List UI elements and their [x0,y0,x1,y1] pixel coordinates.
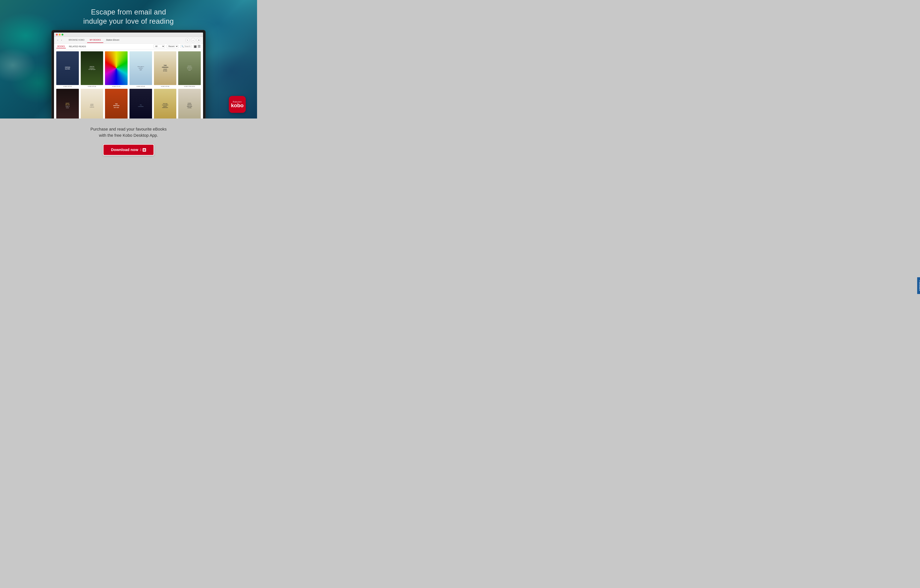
book-label: KOBO EPUB [161,86,169,87]
kobo-logo: Rakuten kobo [229,96,246,113]
book-cover: HENRYMILLERTropic ofCancer [56,89,79,118]
book-cover: COCK-ROACHRAW HAGEA NOVEL [178,89,201,118]
laptop-frame: ‹ › BROWSE KOBO MY BOOKS Station Eleven … [51,30,206,118]
app-nav: ‹ › BROWSE KOBO MY BOOKS Station Eleven … [54,37,203,44]
book-cover: smittenkitchencookbook [81,89,103,118]
book-item-tropic[interactable]: HENRYMILLERTropic ofCancer KOBO EPUB [56,89,79,118]
nav-tabs: BROWSE KOBO MY BOOKS Station Eleven [66,37,185,43]
book-label: KOBO EPUB [88,86,96,87]
book-cover [105,51,128,85]
book-item-smitten[interactable]: smittenkitchencookbook KOBO EPUB [81,89,103,118]
tab-my-books[interactable]: MY BOOKS [87,37,103,43]
nav-arrows: ‹ › [56,39,63,42]
laptop-mockup: ‹ › BROWSE KOBO MY BOOKS Station Eleven … [51,30,206,118]
book-item-sun-also-rises[interactable]: THE SUNALSO RISESERNESTHEMINGWAY KOBO PR… [154,89,177,118]
book-cover: KAZUOISHIGUROThe BuriedGiant [178,51,201,85]
tab-book-title[interactable]: Station Eleven [103,37,122,43]
windows-icon: ⊞ [143,148,146,152]
screen-titlebar [54,32,203,37]
laptop-screen: ‹ › BROWSE KOBO MY BOOKS Station Eleven … [54,32,203,118]
minimize-dot [59,34,61,36]
book-cover: THEORENDAJOSEPHBOYDEN [154,51,177,85]
book-item-colorwheel[interactable]: KOBO PLUS [105,51,128,87]
search-placeholder: Search [185,45,190,47]
book-cover: TheLuminaries [130,89,152,118]
grid-view-btn[interactable]: ▦ [193,45,197,48]
books-toolbar: BOOKS RELATED READS All Recent 🔍 Search … [54,44,203,50]
book-label: KOBO EPUB [63,86,72,87]
tab-browse-kobo[interactable]: BROWSE KOBO [66,37,87,43]
sort-select[interactable]: Recent [167,45,178,48]
back-arrow[interactable]: ‹ [56,39,59,42]
download-label: Download now [111,148,138,152]
search-icon: 🔍 [181,45,184,47]
book-cover: Once upon anorthernnight [130,51,152,85]
book-item-nightingale[interactable]: KRISTINHANNAHThe Nightingale KOBO EPUB [81,51,103,87]
bottom-section: Purchase and read your favourite eBooks … [0,118,257,165]
book-item-martian[interactable]: THEMARTIANANDY WEIR KOBO EPUB [105,89,128,118]
book-item-northern-night[interactable]: Once upon anorthernnight KOBO EPUB [130,51,152,87]
book-item-luminaries[interactable]: TheLuminaries KOBO PREVIEW [130,89,152,118]
book-item-station-eleven[interactable]: STATIONELEVEN KOBO EPUB [56,51,79,87]
book-item-cockroach[interactable]: COCK-ROACHRAW HAGEA NOVEL KOBO EPUB [178,89,201,118]
platform-icons:  ⊞ [140,148,146,152]
hero-section: Escape from email and indulge your love … [0,0,257,118]
sync-icon[interactable]: ↻ [185,38,190,42]
close-dot [56,34,58,36]
toolbar-tab-related[interactable]: RELATED READS [68,45,87,48]
book-label: KOBO PREVIEW [184,86,195,87]
book-item-buried-giant[interactable]: KAZUOISHIGUROThe BuriedGiant KOBO PREVIE… [178,51,201,87]
book-cover: KRISTINHANNAHThe Nightingale [81,51,103,85]
book-cover: STATIONELEVEN [56,51,79,85]
maximize-dot [62,34,63,36]
book-item-orenda[interactable]: THEORENDAJOSEPHBOYDEN KOBO EPUB [154,51,177,87]
toolbar-tab-books[interactable]: BOOKS [56,45,66,48]
search-box[interactable]: 🔍 Search [180,45,191,48]
nav-icons: ↻ ☺ ⚙ [185,38,201,42]
books-grid: STATIONELEVEN KOBO EPUB KRISTINHANNAHThe… [54,50,203,118]
profile-icon[interactable]: ☺ [191,38,195,42]
filter-select[interactable]: All [154,45,165,48]
book-cover: THE SUNALSO RISESERNESTHEMINGWAY [154,89,177,118]
list-view-btn[interactable]: ☰ [198,45,201,48]
download-button[interactable]: Download now  ⊞ [103,144,154,155]
settings-icon[interactable]: ⚙ [197,38,201,42]
book-cover: THEMARTIANANDY WEIR [105,89,128,118]
apple-icon:  [140,148,141,152]
book-label: KOBO PLUS [112,86,120,87]
kobo-brand-label: kobo [231,103,244,108]
description-text: Purchase and read your favourite eBooks … [91,126,167,139]
book-label: KOBO EPUB [137,86,145,87]
forward-arrow[interactable]: › [60,39,63,42]
hero-title: Escape from email and indulge your love … [83,8,174,26]
view-toggle: ▦ ☰ [193,45,201,48]
